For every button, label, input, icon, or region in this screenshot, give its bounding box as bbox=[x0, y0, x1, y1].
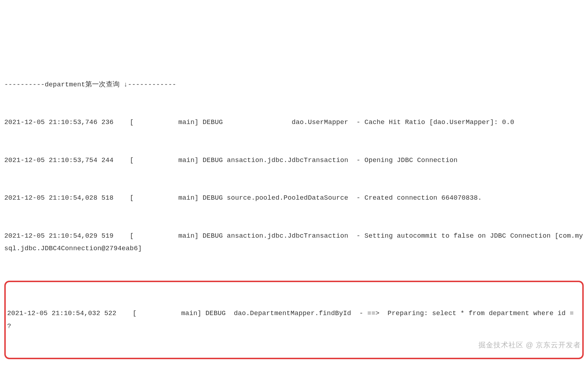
log-line-highlighted: 2021-12-05 21:10:54,032 522 [ main] DEBU… bbox=[7, 307, 581, 332]
highlight-box-1: 2021-12-05 21:10:54,032 522 [ main] DEBU… bbox=[4, 281, 584, 359]
log-line: ----------department第一次查询 ↓------------ bbox=[4, 79, 584, 91]
log-line: 2021-12-05 21:10:54,029 519 [ main] DEBU… bbox=[4, 230, 584, 255]
log-line: 2021-12-05 21:10:54,028 518 [ main] DEBU… bbox=[4, 192, 584, 204]
log-line: 2021-12-05 21:10:53,746 236 [ main] DEBU… bbox=[4, 116, 584, 129]
log-output: ----------department第一次查询 ↓------------ … bbox=[4, 53, 584, 366]
log-line: 2021-12-05 21:10:53,754 244 [ main] DEBU… bbox=[4, 154, 584, 167]
